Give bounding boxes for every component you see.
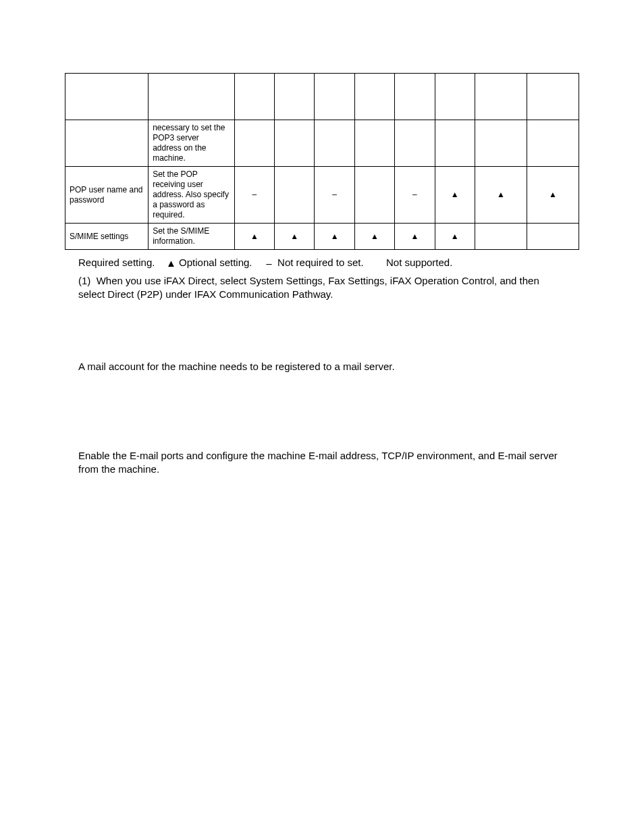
legend: Required setting. ▲ Optional setting. – … xyxy=(78,257,579,269)
paragraph-mail-account: A mail account for the machine needs to … xyxy=(78,360,566,373)
paragraph-enable-ports: Enable the E-mail ports and configure th… xyxy=(78,449,566,477)
table-header-row xyxy=(65,74,579,120)
cell-mark: – xyxy=(234,167,274,224)
legend-required: Required setting. xyxy=(78,257,155,268)
cell-mark xyxy=(275,167,315,224)
cell-desc: Set the S/MIME information. xyxy=(149,224,235,250)
cell-mark: ▲ xyxy=(395,224,435,250)
cell-mark: ▲ xyxy=(527,167,579,224)
footnote-1: (1) When you use iFAX Direct, select Sys… xyxy=(78,274,566,302)
cell-item: S/MIME settings xyxy=(65,224,149,250)
table-row: POP user name and password Set the POP r… xyxy=(65,167,579,224)
cell-mark xyxy=(354,167,394,224)
cell-mark: ▲ xyxy=(475,167,527,224)
cell-mark: ▲ xyxy=(234,224,274,250)
legend-optional: Optional setting. xyxy=(179,257,252,268)
cell-desc: necessary to set the POP3 server address… xyxy=(149,120,235,167)
table-row: necessary to set the POP3 server address… xyxy=(65,120,579,167)
dash-icon: – xyxy=(266,257,271,269)
legend-notsup: Not supported. xyxy=(386,257,452,268)
cell-mark: ▲ xyxy=(354,224,394,250)
legend-notreq: Not required to set. xyxy=(277,257,364,268)
cell-mark: – xyxy=(395,167,435,224)
cell-mark xyxy=(275,120,315,167)
cell-mark xyxy=(527,224,579,250)
cell-item: POP user name and password xyxy=(65,167,149,224)
settings-table: necessary to set the POP3 server address… xyxy=(65,73,579,250)
cell-mark: – xyxy=(315,167,354,224)
cell-mark xyxy=(315,120,354,167)
cell-mark xyxy=(475,120,527,167)
cell-mark xyxy=(354,120,394,167)
cell-mark: ▲ xyxy=(435,224,475,250)
cell-mark xyxy=(435,120,475,167)
cell-desc: Set the POP receiving user address. Also… xyxy=(149,167,235,224)
cell-mark xyxy=(527,120,579,167)
cell-mark xyxy=(234,120,274,167)
triangle-icon: ▲ xyxy=(166,257,176,269)
cell-mark xyxy=(475,224,527,250)
cell-mark: ▲ xyxy=(315,224,354,250)
table-row: S/MIME settings Set the S/MIME informati… xyxy=(65,224,579,250)
cell-item xyxy=(65,120,149,167)
cell-mark: ▲ xyxy=(275,224,315,250)
cell-mark xyxy=(395,120,435,167)
cell-mark: ▲ xyxy=(435,167,475,224)
